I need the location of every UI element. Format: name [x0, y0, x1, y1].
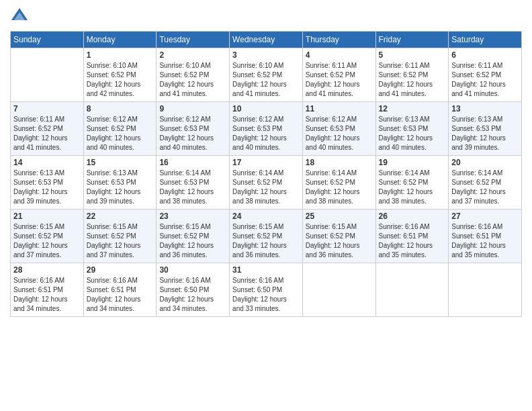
calendar-cell: 31 Sunrise: 6:16 AMSunset: 6:50 PMDaylig…	[230, 263, 303, 317]
calendar-cell	[449, 263, 522, 317]
day-info: Sunrise: 6:14 AMSunset: 6:52 PMDaylight:…	[379, 169, 433, 205]
calendar-cell: 2 Sunrise: 6:10 AMSunset: 6:52 PMDayligh…	[157, 48, 230, 102]
calendar-day-header: Wednesday	[230, 32, 303, 48]
calendar-cell: 26 Sunrise: 6:16 AMSunset: 6:51 PMDaylig…	[375, 210, 449, 263]
calendar-cell: 20 Sunrise: 6:14 AMSunset: 6:52 PMDaylig…	[449, 156, 522, 210]
day-info: Sunrise: 6:13 AMSunset: 6:53 PMDaylight:…	[451, 116, 506, 151]
calendar-week-row: 1 Sunrise: 6:10 AMSunset: 6:52 PMDayligh…	[11, 48, 522, 102]
day-number: 29	[87, 265, 154, 275]
day-number: 26	[379, 212, 446, 221]
calendar-cell: 12 Sunrise: 6:13 AMSunset: 6:53 PMDaylig…	[375, 102, 449, 156]
day-info: Sunrise: 6:14 AMSunset: 6:52 PMDaylight:…	[232, 169, 287, 205]
calendar-week-row: 21 Sunrise: 6:15 AMSunset: 6:52 PMDaylig…	[11, 210, 522, 263]
calendar-day-header: Thursday	[302, 32, 375, 48]
day-info: Sunrise: 6:14 AMSunset: 6:53 PMDaylight:…	[159, 169, 214, 205]
day-number: 14	[13, 158, 81, 167]
day-info: Sunrise: 6:16 AMSunset: 6:51 PMDaylight:…	[87, 277, 141, 312]
day-number: 7	[13, 104, 81, 113]
calendar-cell: 4 Sunrise: 6:11 AMSunset: 6:52 PMDayligh…	[302, 48, 375, 102]
calendar-cell: 16 Sunrise: 6:14 AMSunset: 6:53 PMDaylig…	[157, 156, 230, 210]
day-info: Sunrise: 6:15 AMSunset: 6:52 PMDaylight:…	[232, 223, 287, 259]
calendar-day-header: Tuesday	[157, 32, 230, 48]
day-info: Sunrise: 6:12 AMSunset: 6:52 PMDaylight:…	[87, 116, 141, 151]
calendar-cell: 7 Sunrise: 6:11 AMSunset: 6:52 PMDayligh…	[11, 102, 84, 156]
day-info: Sunrise: 6:15 AMSunset: 6:52 PMDaylight:…	[13, 223, 68, 259]
calendar-cell: 15 Sunrise: 6:13 AMSunset: 6:53 PMDaylig…	[83, 156, 157, 210]
day-info: Sunrise: 6:13 AMSunset: 6:53 PMDaylight:…	[379, 116, 433, 151]
calendar-cell: 13 Sunrise: 6:13 AMSunset: 6:53 PMDaylig…	[449, 102, 522, 156]
day-number: 28	[13, 265, 81, 275]
day-info: Sunrise: 6:12 AMSunset: 6:53 PMDaylight:…	[306, 116, 360, 151]
calendar-cell: 19 Sunrise: 6:14 AMSunset: 6:52 PMDaylig…	[375, 156, 449, 210]
calendar-cell: 1 Sunrise: 6:10 AMSunset: 6:52 PMDayligh…	[83, 48, 157, 102]
calendar-cell: 23 Sunrise: 6:15 AMSunset: 6:52 PMDaylig…	[157, 210, 230, 263]
day-number: 31	[232, 265, 300, 275]
day-number: 13	[451, 104, 519, 113]
calendar-cell: 17 Sunrise: 6:14 AMSunset: 6:52 PMDaylig…	[230, 156, 303, 210]
day-number: 6	[451, 50, 519, 60]
calendar-cell: 29 Sunrise: 6:16 AMSunset: 6:51 PMDaylig…	[83, 263, 157, 317]
calendar-cell: 24 Sunrise: 6:15 AMSunset: 6:52 PMDaylig…	[230, 210, 303, 263]
calendar-cell: 18 Sunrise: 6:14 AMSunset: 6:52 PMDaylig…	[302, 156, 375, 210]
day-number: 21	[13, 212, 81, 221]
calendar-cell: 21 Sunrise: 6:15 AMSunset: 6:52 PMDaylig…	[11, 210, 84, 263]
day-number: 5	[379, 50, 446, 60]
calendar-header-row: SundayMondayTuesdayWednesdayThursdayFrid…	[11, 32, 522, 48]
logo-icon	[10, 7, 29, 26]
calendar-cell: 3 Sunrise: 6:10 AMSunset: 6:52 PMDayligh…	[230, 48, 303, 102]
header	[10, 7, 522, 26]
calendar-cell: 5 Sunrise: 6:11 AMSunset: 6:52 PMDayligh…	[375, 48, 449, 102]
calendar-day-header: Monday	[83, 32, 157, 48]
day-number: 25	[306, 212, 373, 221]
day-info: Sunrise: 6:16 AMSunset: 6:51 PMDaylight:…	[451, 223, 506, 259]
day-info: Sunrise: 6:14 AMSunset: 6:52 PMDaylight:…	[451, 169, 506, 205]
calendar-cell: 10 Sunrise: 6:12 AMSunset: 6:53 PMDaylig…	[230, 102, 303, 156]
calendar-cell: 28 Sunrise: 6:16 AMSunset: 6:51 PMDaylig…	[11, 263, 84, 317]
day-number: 12	[379, 104, 446, 113]
day-number: 24	[232, 212, 300, 221]
day-number: 3	[232, 50, 300, 60]
day-info: Sunrise: 6:11 AMSunset: 6:52 PMDaylight:…	[379, 62, 433, 97]
day-number: 11	[306, 104, 373, 113]
day-number: 2	[159, 50, 226, 60]
day-info: Sunrise: 6:13 AMSunset: 6:53 PMDaylight:…	[13, 169, 68, 205]
day-number: 8	[87, 104, 154, 113]
calendar-cell: 25 Sunrise: 6:15 AMSunset: 6:52 PMDaylig…	[302, 210, 375, 263]
day-number: 19	[379, 158, 446, 167]
day-number: 20	[451, 158, 519, 167]
day-info: Sunrise: 6:15 AMSunset: 6:52 PMDaylight:…	[306, 223, 360, 259]
day-info: Sunrise: 6:16 AMSunset: 6:51 PMDaylight:…	[379, 223, 433, 259]
calendar-cell: 22 Sunrise: 6:15 AMSunset: 6:52 PMDaylig…	[83, 210, 157, 263]
day-info: Sunrise: 6:11 AMSunset: 6:52 PMDaylight:…	[13, 116, 68, 151]
day-info: Sunrise: 6:16 AMSunset: 6:50 PMDaylight:…	[232, 277, 287, 312]
day-info: Sunrise: 6:10 AMSunset: 6:52 PMDaylight:…	[159, 62, 214, 97]
day-info: Sunrise: 6:14 AMSunset: 6:52 PMDaylight:…	[306, 169, 360, 205]
calendar-day-header: Sunday	[11, 32, 84, 48]
calendar-cell: 8 Sunrise: 6:12 AMSunset: 6:52 PMDayligh…	[83, 102, 157, 156]
day-info: Sunrise: 6:10 AMSunset: 6:52 PMDaylight:…	[232, 62, 287, 97]
day-number: 23	[159, 212, 226, 221]
page: SundayMondayTuesdayWednesdayThursdayFrid…	[0, 0, 532, 411]
day-number: 15	[87, 158, 154, 167]
day-info: Sunrise: 6:10 AMSunset: 6:52 PMDaylight:…	[87, 62, 141, 97]
day-number: 30	[159, 265, 226, 275]
day-info: Sunrise: 6:13 AMSunset: 6:53 PMDaylight:…	[87, 169, 141, 205]
calendar-cell: 30 Sunrise: 6:16 AMSunset: 6:50 PMDaylig…	[157, 263, 230, 317]
day-number: 16	[159, 158, 226, 167]
calendar-cell: 14 Sunrise: 6:13 AMSunset: 6:53 PMDaylig…	[11, 156, 84, 210]
logo	[10, 7, 32, 26]
day-number: 17	[232, 158, 300, 167]
day-info: Sunrise: 6:12 AMSunset: 6:53 PMDaylight:…	[159, 116, 214, 151]
day-number: 22	[87, 212, 154, 221]
calendar-cell: 11 Sunrise: 6:12 AMSunset: 6:53 PMDaylig…	[302, 102, 375, 156]
day-number: 4	[306, 50, 373, 60]
day-info: Sunrise: 6:11 AMSunset: 6:52 PMDaylight:…	[451, 62, 506, 97]
calendar-week-row: 14 Sunrise: 6:13 AMSunset: 6:53 PMDaylig…	[11, 156, 522, 210]
calendar-cell	[375, 263, 449, 317]
calendar-cell: 27 Sunrise: 6:16 AMSunset: 6:51 PMDaylig…	[449, 210, 522, 263]
day-info: Sunrise: 6:12 AMSunset: 6:53 PMDaylight:…	[232, 116, 287, 151]
day-info: Sunrise: 6:11 AMSunset: 6:52 PMDaylight:…	[306, 62, 360, 97]
calendar-cell	[11, 48, 84, 102]
day-info: Sunrise: 6:16 AMSunset: 6:51 PMDaylight:…	[13, 277, 68, 312]
calendar-week-row: 28 Sunrise: 6:16 AMSunset: 6:51 PMDaylig…	[11, 263, 522, 317]
